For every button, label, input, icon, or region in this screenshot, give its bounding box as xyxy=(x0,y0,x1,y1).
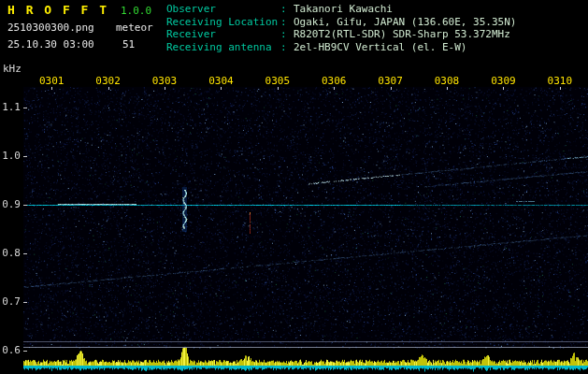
x-tick-label: 0310 xyxy=(548,75,573,87)
mode-label: meteor xyxy=(116,22,153,34)
receiver-value: R820T2(RTL-SDR) SDR-Sharp 53.372MHz xyxy=(294,28,516,41)
receiver-label: Receiver xyxy=(166,28,280,41)
x-tick-label: 0303 xyxy=(152,75,178,87)
y-tick-label: 0.6 xyxy=(0,344,21,356)
y-tick-label: 0.8 xyxy=(0,247,21,259)
y-tick-label: 1.0 xyxy=(0,150,21,162)
separator: : xyxy=(280,41,294,54)
separator: : xyxy=(280,28,294,41)
x-tick-label: 0304 xyxy=(208,75,234,87)
separator: : xyxy=(280,16,294,29)
x-tick-label: 0309 xyxy=(491,75,516,87)
location-value: Ogaki, Gifu, JAPAN (136.60E, 35.35N) xyxy=(294,16,516,29)
antenna-label: Receiving antenna xyxy=(166,41,280,54)
app-title: H R O F F T xyxy=(7,3,108,17)
x-tick-label: 0302 xyxy=(95,75,121,87)
spectrogram-canvas xyxy=(0,0,588,374)
meteor-count: 51 xyxy=(122,38,135,50)
x-tick-label: 0301 xyxy=(39,75,65,87)
y-tick-label: 1.1 xyxy=(0,101,21,113)
observer-value: Takanori Kawachi xyxy=(294,3,516,16)
output-filename: 2510300300.png xyxy=(7,22,94,34)
station-info: Observer : Takanori Kawachi Receiving Lo… xyxy=(166,3,516,53)
antenna-value: 2el-HB9CV Vertical (el. E-W) xyxy=(294,41,516,54)
hrofft-window: H R O F F T 1.0.0 2510300300.png meteor … xyxy=(0,0,588,374)
x-tick-label: 0306 xyxy=(322,75,347,87)
x-tick-label: 0307 xyxy=(378,75,403,87)
y-tick-label: 0.9 xyxy=(0,198,21,210)
timestamp: 25.10.30 03:00 xyxy=(7,38,94,50)
y-tick-label: 0.7 xyxy=(0,295,21,308)
x-tick-label: 0308 xyxy=(435,75,460,87)
observer-label: Observer xyxy=(166,3,280,16)
x-tick-label: 0305 xyxy=(265,75,291,87)
y-axis-unit: kHz xyxy=(3,63,22,75)
separator: : xyxy=(280,3,294,16)
app-version: 1.0.0 xyxy=(121,5,151,17)
location-label: Receiving Location xyxy=(166,16,280,29)
